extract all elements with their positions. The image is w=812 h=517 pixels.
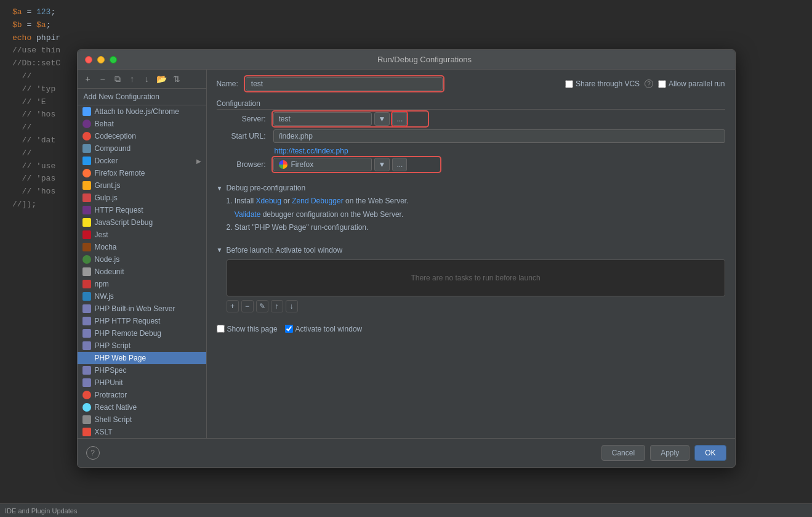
sidebar-item-label: Grunt.js	[95, 181, 201, 190]
sidebar-item-phpunit[interactable]: PHPUnit	[78, 377, 206, 389]
sidebar-item-gulpjs[interactable]: Gulp.js	[78, 192, 206, 204]
sidebar-item-shell-script[interactable]: Shell Script	[78, 413, 206, 426]
sidebar-item-php-web[interactable]: PHP Web Page	[78, 352, 206, 364]
sidebar-item-label: PHP Script	[95, 341, 201, 350]
start-url-row: Start URL:	[217, 129, 725, 143]
sidebar-item-php-builtin[interactable]: PHP Built-in Web Server	[78, 303, 206, 315]
validate-link[interactable]: Validate	[235, 210, 260, 219]
php-script-icon	[82, 341, 91, 350]
sidebar-item-behat[interactable]: Behat	[78, 118, 206, 130]
sidebar-item-react-native[interactable]: React Native	[78, 401, 206, 413]
sidebar-item-protractor[interactable]: Protractor	[78, 389, 206, 401]
sidebar-item-label: XSLT	[95, 428, 201, 436]
allow-parallel-label[interactable]: Allow parallel run	[658, 79, 725, 88]
url-link[interactable]: http://test.cc/index.php	[275, 147, 725, 155]
sidebar-item-label: npm	[95, 280, 201, 288]
config-sidebar: + − ⧉ ↑ ↓ 📂 ⇅ Add New Configuration A	[78, 70, 207, 438]
ok-button[interactable]: OK	[694, 445, 726, 461]
sidebar-item-codeception[interactable]: Codeception	[78, 130, 206, 142]
remove-config-btn[interactable]: −	[96, 72, 110, 86]
sidebar-item-nodejs[interactable]: Node.js	[78, 253, 206, 266]
browser-ellipsis-btn[interactable]: ...	[392, 158, 407, 171]
configuration-section-label: Configuration	[217, 97, 725, 110]
start-url-input[interactable]	[273, 129, 725, 143]
server-dropdown-btn[interactable]: ▼	[374, 112, 390, 126]
sidebar-item-label: Jest	[95, 230, 201, 239]
sidebar-item-compound[interactable]: Compound	[78, 142, 206, 155]
sidebar-item-http-request[interactable]: HTTP Request	[78, 204, 206, 216]
before-launch-down-btn[interactable]: ↓	[286, 300, 298, 312]
firefox-browser-icon	[279, 160, 287, 169]
sidebar-item-jest[interactable]: Jest	[78, 229, 206, 241]
share-vcs-checkbox[interactable]	[565, 80, 573, 88]
sidebar-item-mocha[interactable]: Mocha	[78, 241, 206, 253]
sidebar-item-label: PHP Web Page	[95, 354, 201, 362]
bottom-bar-text: IDE and Plugin Updates	[5, 507, 77, 515]
browser-select[interactable]: Firefox	[273, 158, 372, 171]
sidebar-item-nodeunit[interactable]: Nodeunit	[78, 266, 206, 278]
npm-icon	[82, 280, 91, 288]
folder-btn[interactable]: 📂	[155, 72, 169, 86]
before-launch-add-btn[interactable]: +	[227, 300, 239, 312]
server-row: Server: ▼ ...	[217, 112, 725, 126]
sidebar-item-label: PHPUnit	[95, 378, 201, 387]
sidebar-item-gruntjs[interactable]: Grunt.js	[78, 179, 206, 192]
sidebar-item-phpspec[interactable]: PHPSpec	[78, 364, 206, 377]
xdebug-link[interactable]: Xdebug	[256, 197, 281, 205]
debug-steps: 1. Install Xdebug or Zend Debugger on th…	[227, 195, 725, 235]
before-launch-header[interactable]: ▼ Before launch: Activate tool window	[217, 243, 725, 257]
jest-icon	[82, 230, 91, 239]
server-label: Server:	[217, 115, 266, 123]
copy-config-btn[interactable]: ⧉	[111, 72, 124, 86]
sidebar-item-docker[interactable]: Docker ▶	[78, 155, 206, 167]
sort-btn[interactable]: ⇅	[170, 72, 183, 86]
bottom-bar: IDE and Plugin Updates	[0, 503, 812, 517]
minimize-button[interactable]	[97, 56, 105, 63]
sidebar-item-php-http[interactable]: PHP HTTP Request	[78, 315, 206, 327]
sidebar-item-label: PHPSpec	[95, 366, 201, 375]
move-up-btn[interactable]: ↑	[126, 72, 139, 86]
activate-tool-window-checkbox[interactable]	[285, 325, 293, 333]
before-launch-section: ▼ Before launch: Activate tool window Th…	[217, 243, 725, 314]
server-ellipsis-btn[interactable]: ...	[392, 112, 407, 126]
dialog-titlebar: Run/Debug Configurations	[78, 50, 735, 70]
show-this-page-label[interactable]: Show this page	[217, 325, 278, 333]
apply-button[interactable]: Apply	[650, 445, 689, 461]
sidebar-item-php-remote[interactable]: PHP Remote Debug	[78, 327, 206, 340]
name-input[interactable]	[246, 77, 443, 91]
close-button[interactable]	[85, 56, 92, 63]
cancel-button[interactable]: Cancel	[601, 445, 645, 461]
before-launch-footer: Show this page Activate tool window	[217, 322, 725, 336]
grunt-icon	[82, 181, 91, 190]
footer-buttons: Cancel Apply OK	[601, 445, 726, 461]
add-config-btn[interactable]: +	[81, 72, 95, 86]
before-launch-remove-btn[interactable]: −	[241, 300, 254, 312]
sidebar-item-label: Firefox Remote	[95, 169, 201, 177]
sidebar-item-nwjs[interactable]: NW.js	[78, 290, 206, 303]
server-input[interactable]	[273, 112, 372, 126]
before-launch-up-btn[interactable]: ↑	[271, 300, 283, 312]
show-this-page-checkbox[interactable]	[217, 325, 225, 333]
sidebar-item-npm[interactable]: npm	[78, 278, 206, 290]
allow-parallel-checkbox[interactable]	[658, 80, 666, 88]
share-vcs-label[interactable]: Share through VCS	[565, 79, 640, 88]
sidebar-item-php-script[interactable]: PHP Script	[78, 340, 206, 352]
debug-preconfig-header[interactable]: ▼ Debug pre-configuration	[217, 181, 725, 195]
help-button[interactable]: ?	[86, 446, 100, 460]
gulp-icon	[82, 193, 91, 202]
share-vcs-help-icon[interactable]: ?	[645, 79, 653, 88]
sidebar-item-xslt[interactable]: XSLT	[78, 426, 206, 438]
sidebar-item-firefox-remote[interactable]: Firefox Remote	[78, 167, 206, 179]
zend-debugger-link[interactable]: Zend Debugger	[292, 197, 343, 205]
debug-step1b: Validate debugger configuration on the W…	[227, 208, 725, 222]
before-launch-edit-btn[interactable]: ✎	[256, 300, 268, 312]
browser-dropdown-btn[interactable]: ▼	[374, 158, 390, 171]
sidebar-item-attach[interactable]: Attach to Node.js/Chrome	[78, 105, 206, 118]
start-url-label: Start URL:	[217, 132, 266, 140]
firefox-icon	[82, 169, 91, 177]
maximize-button[interactable]	[110, 56, 117, 63]
sidebar-item-js-debug[interactable]: JavaScript Debug	[78, 216, 206, 229]
activate-tool-window-label[interactable]: Activate tool window	[285, 325, 363, 333]
js-icon	[82, 218, 91, 227]
move-down-btn[interactable]: ↓	[140, 72, 154, 86]
